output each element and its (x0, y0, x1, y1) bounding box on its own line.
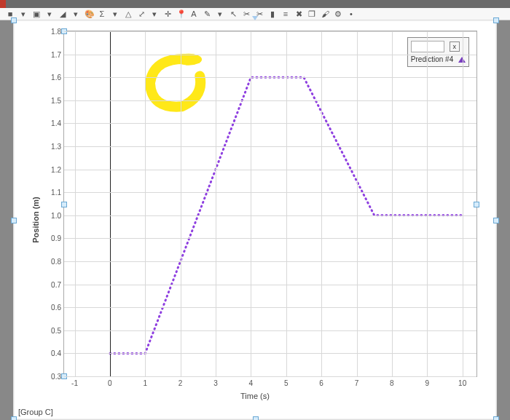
y-axis-label: Position (m) (31, 197, 40, 243)
dropdown-arrow-icon[interactable]: ▾ (19, 9, 28, 18)
layers-icon[interactable]: ❐ (307, 9, 316, 18)
y-tick-label: 1.7 (51, 50, 61, 58)
y-tick-label: 0.7 (51, 280, 61, 288)
x-tick-label: 2 (178, 379, 183, 387)
gear-icon[interactable]: ⚙ (334, 9, 342, 18)
y-tick-label: 0.4 (51, 349, 61, 357)
grid-vertical (321, 31, 322, 376)
chart-series-line (64, 31, 476, 376)
grid-horizontal (64, 285, 476, 285)
y-tick-label: 1.4 (51, 119, 61, 127)
axis-handle-icon[interactable] (474, 202, 479, 207)
panel-handle-icon[interactable] (11, 17, 17, 23)
warning-icon[interactable]: △ (124, 9, 133, 18)
x-tick-label: 3 (213, 379, 218, 387)
grid-horizontal (64, 192, 476, 193)
grid-horizontal (64, 55, 476, 55)
cursor-icon[interactable]: ↖ (229, 9, 238, 18)
grid-vertical (216, 31, 216, 376)
panel-handle-icon[interactable] (493, 416, 499, 420)
x-tick-label: 6 (319, 379, 323, 387)
fit-icon[interactable]: ⤢ (137, 9, 146, 18)
grid-horizontal (64, 238, 476, 239)
grid-vertical (392, 31, 393, 376)
x-tick-label: 0 (108, 379, 112, 387)
y-tick-label: 0.5 (51, 326, 61, 334)
grid-vertical (286, 31, 287, 376)
grid-vertical (463, 31, 463, 376)
grid-vertical (251, 31, 251, 376)
grid-vertical (145, 31, 146, 376)
pencil-icon[interactable]: ✎ (203, 9, 211, 18)
crosshair-icon[interactable]: ✛ (163, 9, 172, 18)
app-root: ■▾▣▾◢▾🎨Σ▾△⤢▾✛📍A✎▾↖✂✂▮≡✖❐🖌⚙• x Prediction… (0, 0, 510, 420)
dropdown-arrow-icon[interactable]: ▾ (71, 9, 80, 18)
legend-close-button[interactable]: x (450, 41, 460, 52)
x-tick-label: 10 (458, 379, 466, 387)
sigma-icon[interactable]: Σ (98, 9, 106, 18)
grid-horizontal (64, 31, 476, 32)
y-tick-label: 1.0 (51, 211, 61, 219)
axis-handle-icon[interactable] (61, 202, 67, 207)
group-label: [Group C] (18, 408, 53, 416)
x-tick-label: 9 (425, 379, 429, 387)
y-tick-label: 1.2 (51, 165, 61, 173)
chart-panel: x Prediction #4 -10123456789100.30.40.50… (13, 20, 497, 420)
dropdown-arrow-icon[interactable]: ▾ (111, 9, 119, 18)
align-icon[interactable]: ≡ (281, 9, 290, 18)
grid-vertical (75, 31, 76, 376)
legend-series-label: Prediction #4 (411, 55, 453, 63)
grid-horizontal (64, 330, 476, 331)
panel-handle-icon[interactable] (493, 218, 499, 223)
dot-icon[interactable]: • (347, 9, 356, 18)
text-a-icon[interactable]: A (189, 9, 198, 18)
grid-horizontal (64, 261, 476, 262)
grid-vertical (427, 31, 428, 376)
legend[interactable]: x Prediction #4 (407, 37, 469, 67)
x-zero-line (110, 31, 111, 376)
panel-handle-icon[interactable] (11, 218, 17, 223)
dropdown-arrow-icon[interactable]: ▾ (216, 9, 224, 18)
grid-horizontal (64, 123, 476, 124)
svg-point-0 (176, 54, 202, 66)
bar-chart-icon[interactable]: ▮ (268, 9, 277, 18)
x-tick-label: 4 (249, 379, 254, 387)
square-dotted-icon[interactable]: ▣ (32, 9, 41, 18)
pushpin-red-icon[interactable]: 📍 (176, 9, 185, 18)
paint-icon[interactable]: 🖌 (321, 9, 329, 18)
y-tick-label: 0.8 (51, 258, 61, 266)
y-tick-label: 1.5 (51, 96, 61, 104)
grid-horizontal (64, 353, 476, 354)
panel-handle-icon[interactable] (493, 17, 499, 23)
triangle-ruler-icon[interactable]: ◢ (58, 9, 67, 18)
y-tick-label: 1.8 (51, 28, 61, 36)
grid-horizontal (64, 307, 476, 308)
dropdown-arrow-icon[interactable]: ▾ (150, 9, 159, 18)
y-tick-label: 0.6 (51, 304, 61, 312)
grid-vertical (181, 31, 181, 376)
x-axis-label: Time (s) (14, 392, 496, 400)
y-tick-label: 1.3 (51, 143, 61, 151)
y-tick-label: 1.6 (51, 74, 61, 82)
grid-horizontal (64, 146, 476, 147)
grid-horizontal (64, 215, 476, 216)
dropdown-arrow-icon[interactable]: ▾ (45, 9, 54, 18)
window-title-bar (0, 0, 510, 8)
chart-plot-area[interactable]: x Prediction #4 -10123456789100.30.40.50… (63, 31, 477, 377)
delete-x-icon[interactable]: ✖ (294, 9, 303, 18)
panel-top-handle-icon[interactable] (252, 16, 258, 20)
y-tick-label: 0.9 (51, 234, 61, 242)
panel-handle-icon[interactable] (11, 416, 17, 420)
grid-horizontal (64, 77, 476, 78)
palette-icon[interactable]: 🎨 (85, 9, 93, 18)
x-tick-label: 7 (355, 379, 359, 387)
x-tick-label: 5 (284, 379, 289, 387)
title-accent (0, 0, 6, 8)
grid-horizontal (64, 376, 476, 377)
grid-horizontal (64, 100, 476, 101)
panel-handle-icon[interactable] (253, 416, 259, 420)
scissors-icon[interactable]: ✂ (242, 9, 251, 18)
grid-vertical (357, 31, 358, 376)
x-tick-label: 8 (390, 379, 394, 387)
y-tick-label: 0.3 (51, 373, 61, 381)
